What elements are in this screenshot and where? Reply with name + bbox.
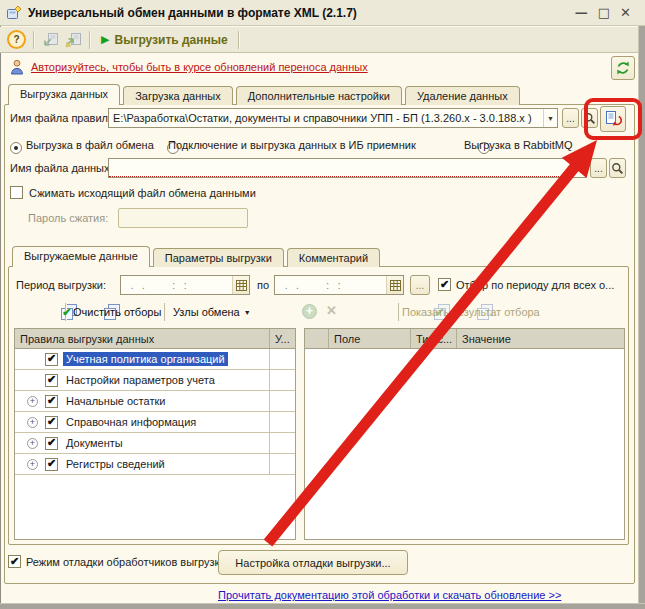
reload-rules-icon <box>604 110 622 128</box>
data-file-browse-button[interactable]: ... <box>590 158 607 178</box>
column-header-rules[interactable]: Правила выгрузки данных <box>15 329 270 348</box>
minimize-icon[interactable]: — <box>575 6 588 19</box>
debug-mode-label: Режим отладки обработчиков выгрузки <box>26 556 226 568</box>
radio-export-to-file-label: Выгрузка в файл обмена <box>26 139 154 151</box>
chevron-down-icon[interactable]: ▼ <box>571 159 585 177</box>
calendar-icon[interactable] <box>386 276 403 294</box>
calendar-icon[interactable] <box>232 276 249 294</box>
filter-table-header: Поле Тип с... Значение <box>305 329 624 349</box>
search-icon <box>583 112 596 125</box>
toolbar-separator <box>33 31 35 49</box>
person-icon <box>10 59 24 75</box>
row-checkbox[interactable]: ✔ <box>45 416 58 429</box>
tab-export-parameters[interactable]: Параметры выгрузки <box>153 248 284 267</box>
main-tab-strip: Выгрузка данных Загрузка данных Дополнит… <box>8 84 520 105</box>
toolbar-separator <box>238 31 240 49</box>
app-window: Универсальный обмен данными в формате XM… <box>0 0 645 609</box>
refresh-icon <box>615 60 631 76</box>
radio-export-to-rabbitmq-label: Выгрузка в RabbitMQ <box>464 139 572 151</box>
tab-export-data[interactable]: Выгрузка данных <box>8 84 120 105</box>
window-title: Универсальный обмен данными в формате XM… <box>28 6 569 20</box>
period-label: Период выгрузки: <box>16 279 106 291</box>
table-row[interactable]: + ✔ Начальные остатки <box>15 391 295 412</box>
data-file-value <box>109 160 571 177</box>
tab-delete-data[interactable]: Удаление данных <box>405 86 520 105</box>
play-icon: ▶ <box>101 34 109 45</box>
column-header-comparison[interactable]: Тип с... <box>411 329 457 348</box>
expand-icon[interactable]: + <box>27 459 38 470</box>
data-file-search-button[interactable] <box>609 158 626 178</box>
compress-label: Сжимать исходящий файл обмена данными <box>29 187 256 199</box>
rules-file-search-button[interactable] <box>581 108 598 128</box>
exchange-nodes-button[interactable]: Узлы обмена ▼ <box>168 302 256 322</box>
tab-additional-settings[interactable]: Дополнительные настройки <box>236 86 402 105</box>
add-filter-icon[interactable]: + <box>302 304 317 319</box>
row-checkbox[interactable]: ✔ <box>45 374 58 387</box>
auth-bar: Авторизуйтесь, чтобы быть в курсе обновл… <box>10 59 368 75</box>
toolbar-separator <box>164 303 166 321</box>
row-checkbox[interactable]: ✔ <box>45 458 58 471</box>
password-input[interactable] <box>118 208 248 228</box>
expand-icon[interactable]: + <box>27 417 38 428</box>
expand-icon[interactable]: + <box>27 396 38 407</box>
export-rules-table: Правила выгрузки данных У... + ✔ Учетная… <box>14 328 296 540</box>
exchange-doc-icon <box>42 32 59 48</box>
period-filter-label: Отбор по периоду для всех о... <box>456 279 626 291</box>
tab-exported-data[interactable]: Выгружаемые данные <box>12 246 150 267</box>
column-header-field[interactable]: Поле <box>329 329 411 348</box>
delete-filter-icon[interactable]: ✕ <box>326 303 337 318</box>
data-file-combo[interactable]: ▼ <box>108 158 586 178</box>
column-header-u[interactable]: У... <box>270 329 295 348</box>
column-header-value[interactable]: Значение <box>457 329 624 348</box>
rules-file-label: Имя файла правил: <box>10 112 111 124</box>
tab-comment[interactable]: Комментарий <box>287 248 380 267</box>
close-icon[interactable]: ✕ <box>620 6 631 19</box>
show-filter-result-button[interactable]: Показать результат отбора <box>402 306 540 318</box>
help-button[interactable]: ? <box>4 29 29 51</box>
expand-icon[interactable]: + <box>27 438 38 449</box>
period-settings-button[interactable]: ... <box>410 275 430 295</box>
password-label: Пароль сжатия: <box>28 212 108 224</box>
exchange-doc-arrow-icon <box>65 32 82 48</box>
save-exchange-settings-button[interactable] <box>39 29 62 51</box>
row-checkbox[interactable]: ✔ <box>45 395 58 408</box>
data-file-label: Имя файла данных: <box>10 162 113 174</box>
table-row[interactable]: + ✔ Документы <box>15 433 295 454</box>
period-to-label: по <box>257 279 269 291</box>
table-row[interactable]: + ✔ Учетная политика организаций <box>15 349 295 370</box>
row-checkbox[interactable]: ✔ <box>45 437 58 450</box>
maximize-icon[interactable]: □ <box>598 6 610 19</box>
period-to-field[interactable]: . . : : <box>274 275 404 295</box>
export-data-button[interactable]: ▶ Выгрузить данные <box>95 29 234 51</box>
load-exchange-settings-button[interactable] <box>62 29 85 51</box>
tab-import-data[interactable]: Загрузка данных <box>123 86 233 105</box>
chevron-down-icon[interactable]: ▼ <box>543 109 557 127</box>
reload-rules-button[interactable] <box>600 106 626 132</box>
rules-file-value: E:\Разработка\Остатки, документы и справ… <box>109 112 543 124</box>
app-icon <box>6 5 22 21</box>
documentation-link[interactable]: Прочитать документацию этой обработки и … <box>218 589 561 601</box>
table-row[interactable]: + ✔ Справочная информация <box>15 412 295 433</box>
column-header-blank[interactable] <box>305 329 329 348</box>
rules-file-combo[interactable]: E:\Разработка\Остатки, документы и справ… <box>108 108 558 128</box>
table-row[interactable]: + ✔ Регистры сведений <box>15 454 295 475</box>
period-filter-checkbox[interactable]: ✔ <box>438 278 451 291</box>
clear-filters-button[interactable]: Очистить отборы <box>68 302 166 322</box>
debug-settings-button[interactable]: Настройка отладки выгрузки... <box>218 550 408 575</box>
radio-export-to-file[interactable] <box>10 142 22 154</box>
table-row[interactable]: + ✔ Настройки параметров учета <box>15 370 295 391</box>
rules-file-browse-button[interactable]: ... <box>562 108 579 128</box>
debug-mode-checkbox[interactable]: ✔ <box>8 555 21 568</box>
compress-checkbox[interactable]: ✔ <box>10 186 23 199</box>
auth-link[interactable]: Авторизуйтесь, чтобы быть в курсе обновл… <box>31 61 368 73</box>
row-checkbox[interactable]: ✔ <box>45 353 58 366</box>
inner-tab-strip: Выгружаемые данные Параметры выгрузки Ко… <box>12 246 380 267</box>
period-from-field[interactable]: . . : : <box>120 275 250 295</box>
export-rules-table-header: Правила выгрузки данных У... <box>15 329 295 349</box>
filter-table: Поле Тип с... Значение <box>304 328 625 540</box>
chevron-down-icon: ▼ <box>244 309 251 316</box>
window-bottom-border <box>0 603 645 609</box>
title-bar: Универсальный обмен данными в формате XM… <box>0 0 645 26</box>
refresh-button[interactable] <box>611 56 635 80</box>
toolbar-separator <box>89 31 91 49</box>
